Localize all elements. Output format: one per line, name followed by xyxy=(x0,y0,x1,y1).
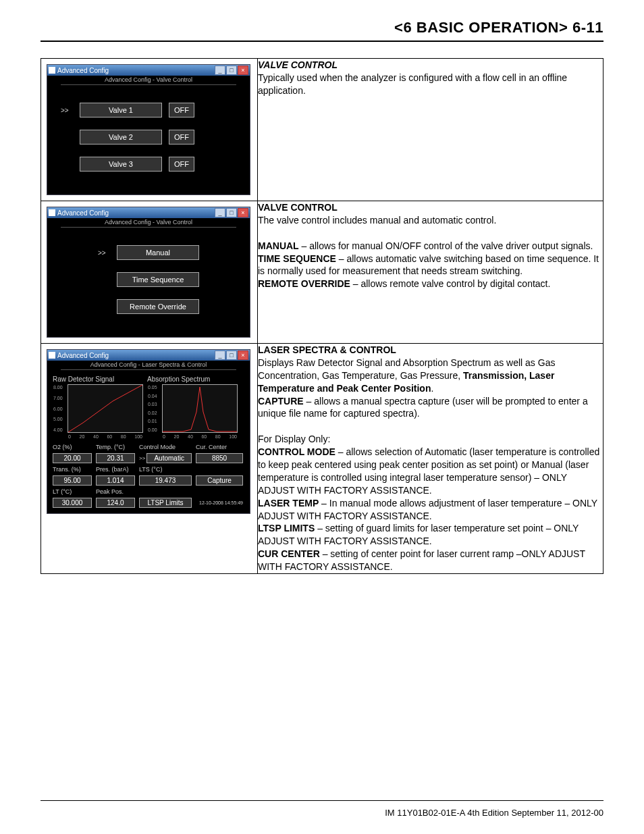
screenshot-valve-onoff: Advanced Config _ □ × Advanced Config - … xyxy=(47,64,250,195)
timestamp: 12-10-2008 14:55:49 xyxy=(196,500,243,505)
chevron-right-icon: >> xyxy=(61,107,73,114)
control-mode-value[interactable]: Automatic xyxy=(146,453,192,463)
term-laser-temp: LASER TEMP – In manual mode allows adjus… xyxy=(258,497,603,523)
window-titlebar: Advanced Config _ □ × xyxy=(47,350,250,361)
valve-3-state[interactable]: OFF xyxy=(169,157,194,172)
time-sequence-button[interactable]: Time Sequence xyxy=(117,272,199,287)
lt-label: LT (°C) xyxy=(53,488,92,495)
chevron-right-icon: >> xyxy=(139,455,145,461)
window-title: Advanced Config xyxy=(57,67,109,74)
valve-2-state[interactable]: OFF xyxy=(169,130,194,145)
window-subtitle: Advanced Config - Laser Spectra & Contro… xyxy=(61,361,236,370)
section-heading: VALVE CONTROL xyxy=(258,59,603,72)
raw-detector-chart: 8.007.006.005.004.00 020406080100 xyxy=(68,384,143,433)
window-titlebar: Advanced Config _ □ × xyxy=(47,207,250,218)
page-footer: IM 11Y01B02-01E-A 4th Edition September … xyxy=(41,800,603,818)
maximize-icon[interactable]: □ xyxy=(226,66,237,75)
section-heading: LASER SPECTRA & CONTROL xyxy=(258,344,603,357)
minimize-icon[interactable]: _ xyxy=(215,208,225,217)
trans-label: Trans. (%) xyxy=(53,466,92,473)
trans-value: 95.00 xyxy=(53,475,92,486)
o2-value: 20.00 xyxy=(53,453,92,463)
window-title: Advanced Config xyxy=(57,352,109,359)
cur-center-value: 8850 xyxy=(196,453,243,463)
section-body: Typically used when the analyzer is conf… xyxy=(258,72,603,97)
close-icon[interactable]: × xyxy=(238,350,248,360)
screenshot-laser-spectra: Advanced Config _ □ × Advanced Config - … xyxy=(47,349,250,514)
minimize-icon[interactable]: _ xyxy=(215,66,225,75)
chart-2-title: Absorption Spectrum xyxy=(147,375,238,383)
valve-3-button[interactable]: Valve 3 xyxy=(80,157,162,172)
peak-pos-value: 124.0 xyxy=(96,498,135,508)
window-subtitle: Advanced Config - Valve Control xyxy=(61,76,236,85)
pres-label: Pres. (barA) xyxy=(96,466,135,473)
close-icon[interactable]: × xyxy=(238,208,248,217)
screenshot-valve-mode: Advanced Config _ □ × Advanced Config - … xyxy=(47,207,250,338)
window-titlebar: Advanced Config _ □ × xyxy=(47,65,250,76)
app-icon xyxy=(49,67,55,74)
term-time-sequence: TIME SEQUENCE – allows automatic valve s… xyxy=(258,253,603,278)
close-icon[interactable]: × xyxy=(238,66,248,75)
cur-center-label: Cur. Center xyxy=(196,444,243,450)
section-heading: VALVE CONTROL xyxy=(258,201,603,214)
chart-1-title: Raw Detector Signal xyxy=(53,375,143,383)
control-mode-label: Control Mode xyxy=(139,444,192,450)
term-control-mode: CONTROL MODE – allows selection of Autom… xyxy=(258,446,603,497)
maximize-icon[interactable]: □ xyxy=(226,350,237,360)
peak-pos-label: Peak Pos. xyxy=(96,488,135,495)
term-manual: MANUAL – allows for manual ON/OFF contro… xyxy=(258,240,603,253)
section-body: Displays Raw Detector Signal and Absorpt… xyxy=(258,357,603,395)
o2-label: O2 (%) xyxy=(53,444,92,450)
remote-override-button[interactable]: Remote Override xyxy=(117,299,199,314)
window-title: Advanced Config xyxy=(57,209,109,217)
manual-button[interactable]: Manual xyxy=(117,245,199,260)
term-capture: CAPTURE – allows a manual spectra captur… xyxy=(258,395,603,421)
minimize-icon[interactable]: _ xyxy=(215,350,225,360)
valve-2-button[interactable]: Valve 2 xyxy=(80,130,162,145)
pres-value: 1.014 xyxy=(96,475,135,486)
chevron-right-icon: >> xyxy=(98,249,110,257)
display-only-label: For Display Only: xyxy=(258,433,603,446)
valve-1-button[interactable]: Valve 1 xyxy=(80,103,162,118)
lt-value: 30.000 xyxy=(53,498,92,508)
capture-button[interactable]: Capture xyxy=(196,475,243,486)
content-table: Advanced Config _ □ × Advanced Config - … xyxy=(41,58,603,574)
maximize-icon[interactable]: □ xyxy=(226,208,237,217)
term-cur-center: CUR CENTER – setting of center point for… xyxy=(258,548,603,573)
lts-value: 19.473 xyxy=(139,475,192,486)
window-subtitle: Advanced Config - Valve Control xyxy=(61,218,236,228)
temp-value: 20.31 xyxy=(96,453,135,463)
app-icon xyxy=(49,209,55,216)
ltsp-limits-button[interactable]: LTSP Limits xyxy=(139,498,192,508)
term-remote-override: REMOTE OVERRIDE – allows remote valve co… xyxy=(258,278,603,290)
lts-label: LTS (°C) xyxy=(139,466,192,473)
term-ltsp-limits: LTSP LIMITS – setting of guard limits fo… xyxy=(258,522,603,548)
absorption-chart: 0.050.040.030.020.010.00 020406080100 xyxy=(162,384,238,433)
readings-grid: O2 (%) Temp. (°C) Control Mode Cur. Cent… xyxy=(53,444,244,508)
valve-1-state[interactable]: OFF xyxy=(169,103,194,118)
page-header: <6 BASIC OPERATION> 6-11 xyxy=(41,19,603,42)
app-icon xyxy=(49,352,55,359)
temp-label: Temp. (°C) xyxy=(96,444,135,450)
section-intro: The valve control includes manual and au… xyxy=(258,214,603,227)
